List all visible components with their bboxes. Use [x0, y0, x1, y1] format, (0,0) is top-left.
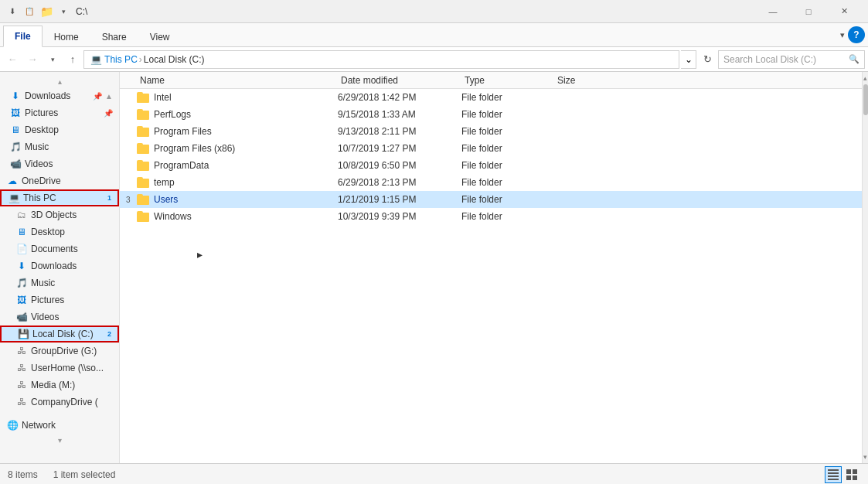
tab-home[interactable]: Home — [43, 26, 90, 47]
sidebar-item-desktop-pc[interactable]: 🖥 Desktop — [0, 223, 119, 240]
title-icon-1[interactable]: ⬇ — [6, 5, 19, 18]
sidebar-item-thispc[interactable]: 💻 This PC 1 — [0, 189, 119, 206]
refresh-button[interactable]: ↻ — [698, 50, 717, 69]
sidebar-label-music-pc: Music — [31, 278, 113, 288]
scroll-down-button[interactable]: ▾ — [863, 451, 868, 463]
sidebar-label-3dobjects: 3D Objects — [31, 210, 113, 220]
ribbon: File Home Share View ▾ ? — [0, 23, 868, 47]
sidebar-label-thispc: This PC — [23, 193, 103, 203]
help-button[interactable]: ? — [848, 26, 865, 43]
view-tiles-icon — [846, 469, 857, 480]
title-icon-2[interactable]: 📋 — [23, 5, 36, 18]
table-row[interactable]: 3 Users 1/21/2019 1:15 PM File folder — [120, 191, 862, 208]
folder-icon — [137, 160, 149, 171]
tab-file[interactable]: File — [3, 26, 43, 47]
forward-button[interactable]: → — [23, 50, 42, 69]
sidebar-label-documents: Documents — [31, 244, 113, 254]
sidebar-item-network[interactable]: 🌐 Network — [0, 417, 119, 434]
nav-dropdown-button[interactable]: ▾ — [43, 50, 62, 69]
content-wrapper: Name Date modified Type Size Intel 6/29/… — [120, 72, 868, 463]
address-dropdown-button[interactable]: ⌄ — [681, 50, 696, 69]
sidebar-item-pictures-quick[interactable]: 🖼 Pictures 📌 — [0, 104, 119, 121]
sidebar-label-videos-pc: Videos — [31, 312, 113, 322]
sidebar-label-music-quick: Music — [25, 141, 113, 152]
breadcrumb-thispc[interactable]: 💻 This PC — [90, 54, 138, 65]
cursor-indicator: ▸ — [197, 248, 203, 261]
tab-view[interactable]: View — [138, 26, 182, 47]
sidebar-item-3dobjects[interactable]: 🗂 3D Objects — [0, 206, 119, 223]
onedrive-icon: ☁ — [6, 175, 19, 187]
col-header-date[interactable]: Date modified — [338, 75, 461, 86]
sidebar-item-pictures-pc[interactable]: 🖼 Pictures — [0, 291, 119, 308]
sidebar-label-userhome: UserHome (\\so... — [31, 363, 113, 373]
sidebar-item-downloads-quick[interactable]: ⬇ Downloads 📌 ▲ — [0, 87, 119, 104]
scroll-up-button[interactable]: ▴ — [863, 72, 868, 84]
folder-icon — [137, 177, 149, 188]
folder-icon — [137, 211, 149, 222]
table-row[interactable]: Program Files 9/13/2018 2:11 PM File fol… — [120, 123, 862, 140]
minimize-button[interactable]: — — [755, 0, 791, 23]
sidebar-item-documents[interactable]: 📄 Documents — [0, 240, 119, 257]
tab-share[interactable]: Share — [90, 26, 138, 47]
videos-icon-pc: 📹 — [15, 311, 28, 323]
sidebar-item-desktop-quick[interactable]: 🖥 Desktop — [0, 121, 119, 138]
userhome-icon: 🖧 — [15, 362, 28, 374]
ribbon-collapse[interactable]: ▾ — [840, 30, 845, 40]
sidebar-item-userhome[interactable]: 🖧 UserHome (\\so... — [0, 360, 119, 377]
sidebar-item-companydrive[interactable]: 🖧 CompanyDrive ( — [0, 394, 119, 411]
table-row[interactable]: Program Files (x86) 10/7/2019 1:27 PM Fi… — [120, 140, 862, 157]
sidebar-spacer — [0, 411, 119, 417]
address-path[interactable]: 💻 This PC › Local Disk (C:) — [83, 50, 679, 69]
folder-icon — [137, 92, 149, 103]
sidebar-item-localdisk[interactable]: 💾 Local Disk (C:) 2 — [0, 326, 119, 343]
col-header-type[interactable]: Type — [461, 75, 554, 86]
folder-icon — [137, 194, 149, 205]
maximize-button[interactable]: □ — [791, 0, 826, 23]
download-icon: ⬇ — [9, 90, 22, 102]
title-icon-dropdown[interactable]: ▾ — [57, 5, 70, 18]
up-button[interactable]: ↑ — [63, 50, 82, 69]
table-row[interactable]: Intel 6/29/2018 1:42 PM File folder — [120, 89, 862, 106]
sidebar-label-desktop-quick: Desktop — [25, 124, 113, 135]
file-name-programdata: ProgramData — [137, 160, 338, 171]
download-icon-pc: ⬇ — [15, 260, 28, 272]
sidebar-label-companydrive: CompanyDrive ( — [31, 397, 113, 407]
sidebar-label-videos-quick: Videos — [25, 158, 113, 169]
status-bar: 8 items 1 item selected — [0, 463, 868, 484]
svg-rect-7 — [853, 475, 857, 480]
quick-access-folder[interactable]: 📁 — [40, 5, 53, 18]
view-details-button[interactable] — [825, 466, 842, 483]
sidebar-item-media[interactable]: 🖧 Media (M:) — [0, 377, 119, 394]
scrollbar[interactable]: ▴ ▾ — [862, 72, 868, 463]
main-layout: ▴ ⬇ Downloads 📌 ▲ 🖼 Pictures 📌 🖥 Desktop… — [0, 72, 868, 463]
table-row[interactable]: PerfLogs 9/15/2018 1:33 AM File folder — [120, 106, 862, 123]
sidebar-item-music-pc[interactable]: 🎵 Music — [0, 274, 119, 291]
file-name-perflogs: PerfLogs — [137, 109, 338, 120]
documents-icon: 📄 — [15, 243, 28, 255]
folder-icon — [137, 109, 149, 120]
close-button[interactable]: ✕ — [826, 0, 862, 23]
sidebar-item-downloads-pc[interactable]: ⬇ Downloads — [0, 257, 119, 274]
sidebar-label-localdisk: Local Disk (C:) — [32, 329, 103, 339]
sidebar-item-groupdrive[interactable]: 🖧 GroupDrive (G:) — [0, 343, 119, 360]
sidebar-label-pictures-quick: Pictures — [25, 107, 100, 118]
search-box[interactable]: Search Local Disk (C:) 🔍 — [718, 50, 865, 69]
table-row[interactable]: ProgramData 10/8/2019 6:50 PM File folde… — [120, 157, 862, 174]
file-list: Name Date modified Type Size Intel 6/29/… — [120, 72, 862, 463]
sidebar-label-pictures-pc: Pictures — [31, 295, 113, 305]
breadcrumb-localdisk[interactable]: Local Disk (C:) — [144, 54, 205, 65]
svg-rect-2 — [828, 475, 839, 477]
col-header-name[interactable]: Name — [137, 75, 338, 86]
scrollbar-thumb[interactable] — [863, 84, 868, 115]
search-placeholder: Search Local Disk (C:) — [723, 54, 816, 65]
sidebar-item-videos-pc[interactable]: 📹 Videos — [0, 308, 119, 326]
sidebar-item-videos-quick[interactable]: 📹 Videos — [0, 155, 119, 172]
col-header-size[interactable]: Size — [554, 75, 616, 86]
table-row[interactable]: temp 6/29/2018 2:13 PM File folder — [120, 174, 862, 191]
sidebar-item-music-quick[interactable]: 🎵 Music — [0, 138, 119, 155]
back-button[interactable]: ← — [3, 50, 22, 69]
view-tiles-button[interactable] — [843, 466, 860, 483]
table-row[interactable]: Windows 10/3/2019 9:39 PM File folder — [120, 208, 862, 225]
sidebar-item-onedrive[interactable]: ☁ OneDrive — [0, 172, 119, 189]
music-icon-pc: 🎵 — [15, 277, 28, 289]
